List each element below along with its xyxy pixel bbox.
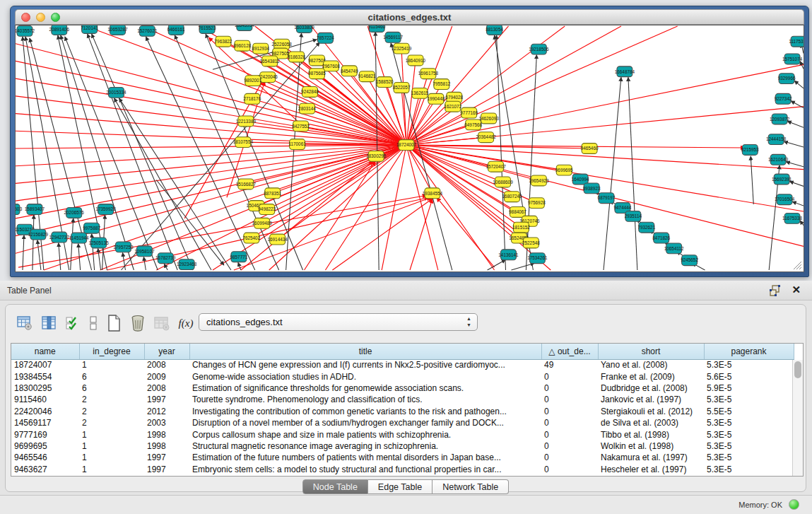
graph-node[interactable]: 15720407 [486, 161, 506, 172]
table-cell[interactable]: 1998 [144, 428, 189, 440]
table-row[interactable]: 1456911722003Disruption of a novel membe… [11, 417, 794, 428]
table-cell[interactable]: 1 [79, 452, 144, 463]
table-row[interactable]: 946362711997Embryonic stem cells: a mode… [11, 464, 794, 475]
graph-node[interactable]: 12942737 [49, 232, 70, 243]
graph-node[interactable]: 15692391 [772, 174, 792, 185]
column-header-out_de[interactable]: △ out_de... [541, 344, 598, 359]
graph-node[interactable]: 7857224 [317, 33, 334, 43]
new-table-button[interactable] [103, 313, 124, 334]
table-scrollbar-thumb[interactable] [794, 361, 801, 378]
graph-node[interactable]: 1990448 [427, 93, 445, 104]
table-cell[interactable]: Embryonic stem cells: a model to study s… [189, 464, 541, 475]
graph-node[interactable]: 8912934 [252, 43, 269, 54]
graph-node[interactable]: 8471826 [652, 233, 670, 243]
column-header-title[interactable]: title [189, 344, 541, 359]
table-cell[interactable]: 5.3E-5 [704, 394, 794, 405]
graph-node[interactable]: 16210643 [768, 154, 789, 165]
network-view[interactable]: 1872400779638228960128891293425226058982… [15, 25, 804, 272]
table-cell[interactable]: 0 [541, 428, 598, 440]
graph-node[interactable]: 17016504 [775, 194, 795, 205]
table-cell[interactable]: 2 [79, 406, 144, 417]
table-cell[interactable]: 2008 [144, 382, 189, 394]
tab-network-table[interactable]: Network Table [433, 479, 509, 494]
tab-edge-table[interactable]: Edge Table [368, 479, 433, 494]
graph-node[interactable]: 18300295 [366, 151, 387, 161]
table-cell[interactable]: Franke et al. (2009) [598, 370, 704, 382]
table-cell[interactable]: 2 [79, 417, 144, 428]
graph-node[interactable]: 8215953 [741, 145, 759, 156]
table-cell[interactable]: 0 [541, 417, 598, 428]
graph-node[interactable]: 8186328 [288, 52, 305, 62]
table-cell[interactable]: Dudbridge et al. (2008) [598, 382, 704, 394]
graph-node[interactable]: 16807243 [502, 192, 522, 202]
graph-node[interactable]: 8960128 [233, 40, 251, 51]
graph-node[interactable]: 6497568 [464, 119, 482, 130]
node-table-grid[interactable]: namein_degreeyeartitle△ out_de...shortpa… [11, 344, 794, 475]
table-cell[interactable]: Hescheler et al. (1997) [598, 464, 704, 475]
graph-node[interactable]: 12325419 [392, 43, 412, 54]
graph-node[interactable]: 2522548 [522, 238, 540, 248]
table-cell[interactable]: 2012 [144, 406, 189, 417]
graph-node[interactable]: 10688609 [493, 177, 513, 187]
table-cell[interactable]: 5.9E-5 [704, 382, 794, 394]
graph-node[interactable]: 10654112 [664, 243, 684, 254]
graph-node[interactable]: 15893407 [25, 204, 45, 215]
graph-node[interactable]: 9245652 [681, 255, 698, 266]
table-settings-button[interactable] [14, 313, 35, 334]
graph-node[interactable]: 12444158 [766, 134, 787, 145]
graph-node[interactable]: 6879197 [598, 193, 616, 204]
graph-node[interactable]: 9875685 [308, 69, 326, 79]
graph-node[interactable]: 25606503 [16, 204, 23, 215]
graph-node[interactable]: 6466161 [167, 25, 185, 35]
graph-node[interactable]: 1588520 [376, 77, 394, 88]
graph-node[interactable]: 18843954 [235, 25, 255, 30]
column-chooser-button[interactable] [38, 313, 59, 334]
table-cell[interactable]: 6 [79, 382, 144, 394]
graph-node[interactable]: 9975887 [83, 223, 100, 233]
table-cell[interactable]: 18724007 [11, 359, 79, 370]
graph-node[interactable]: 9465460 [581, 144, 599, 154]
network-canvas[interactable]: 1872400779638228960128891293425226058982… [16, 25, 804, 271]
graph-node[interactable]: 10958107 [134, 246, 155, 257]
window-resize-grip[interactable] [792, 260, 802, 270]
table-cell[interactable]: 2 [79, 394, 144, 405]
table-cell[interactable]: Estimation of significance thresholds fo… [189, 382, 541, 394]
table-cell[interactable]: Jankovic et al. (1997) [598, 394, 704, 405]
table-row[interactable]: 911546021997Tourette syndrome. Phenomeno… [11, 394, 794, 405]
graph-node[interactable]: 16961758 [418, 69, 439, 79]
graph-node[interactable]: 16543812 [260, 56, 281, 66]
graph-node[interactable]: 7963822 [215, 36, 233, 47]
graph-node[interactable]: 19654923 [529, 175, 549, 186]
graph-node[interactable]: 9329966 [778, 74, 796, 84]
function-builder-button[interactable]: f(x) [175, 313, 196, 334]
graph-node[interactable]: 8813054 [486, 25, 503, 35]
clear-selection-button[interactable] [86, 313, 100, 334]
graph-node[interactable]: 7625402 [242, 233, 260, 243]
table-cell[interactable]: 5.3E-5 [704, 417, 794, 428]
table-cell[interactable]: 6 [79, 370, 144, 382]
graph-node[interactable]: 9857771 [230, 252, 247, 262]
graph-node[interactable]: 14569117 [383, 32, 403, 42]
table-cell[interactable]: 18300295 [11, 382, 79, 394]
graph-node[interactable]: 7955812 [433, 79, 450, 90]
table-cell[interactable]: 1 [79, 359, 144, 370]
graph-node[interactable]: 18640910 [406, 55, 426, 66]
graph-node[interactable]: 12213389 [236, 116, 257, 127]
graph-node[interactable]: 16033809 [294, 25, 314, 33]
graph-node[interactable]: 17359928 [95, 204, 116, 215]
column-header-year[interactable]: year [144, 344, 189, 359]
table-cell[interactable]: 9777169 [11, 428, 79, 440]
graph-node[interactable]: 16099489 [252, 218, 273, 228]
graph-node[interactable]: 8878351 [264, 188, 281, 199]
graph-node[interactable]: 18724007 [396, 140, 417, 151]
table-cell[interactable]: Yano et al. (2008) [598, 359, 704, 370]
table-cell[interactable]: 0 [541, 406, 598, 417]
close-panel-icon[interactable]: ✕ [792, 284, 801, 296]
graph-node[interactable]: 1362615 [411, 88, 429, 98]
table-scrollbar[interactable] [792, 360, 803, 477]
graph-node[interactable]: 8427552 [292, 121, 310, 132]
graph-node[interactable]: 8522057 [393, 83, 411, 93]
graph-node[interactable]: 15751074 [782, 54, 803, 64]
graph-node[interactable]: 19218506 [529, 44, 549, 54]
graph-node[interactable]: 14626093 [478, 113, 499, 124]
